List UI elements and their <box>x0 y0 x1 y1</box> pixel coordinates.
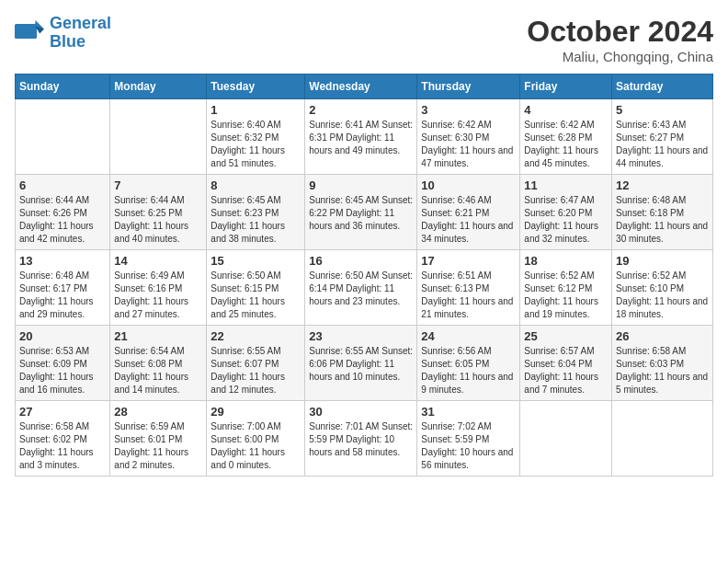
calendar-week-row: 20Sunrise: 6:53 AM Sunset: 6:09 PM Dayli… <box>16 326 713 401</box>
day-info: Sunrise: 7:00 AM Sunset: 6:00 PM Dayligh… <box>210 420 301 472</box>
calendar-cell: 7Sunrise: 6:44 AM Sunset: 6:25 PM Daylig… <box>110 175 207 250</box>
weekday-header: Monday <box>110 75 207 99</box>
day-number: 25 <box>524 329 608 343</box>
day-info: Sunrise: 6:53 AM Sunset: 6:09 PM Dayligh… <box>19 345 106 396</box>
weekday-header: Saturday <box>612 75 713 99</box>
day-number: 11 <box>524 178 608 192</box>
day-info: Sunrise: 6:44 AM Sunset: 6:25 PM Dayligh… <box>114 194 202 246</box>
weekday-row: SundayMondayTuesdayWednesdayThursdayFrid… <box>16 75 713 99</box>
day-number: 3 <box>421 103 516 117</box>
calendar-week-row: 6Sunrise: 6:44 AM Sunset: 6:26 PM Daylig… <box>16 175 713 250</box>
day-info: Sunrise: 6:44 AM Sunset: 6:26 PM Dayligh… <box>19 194 106 246</box>
day-number: 18 <box>524 254 608 268</box>
calendar-cell: 3Sunrise: 6:42 AM Sunset: 6:30 PM Daylig… <box>417 99 520 175</box>
day-number: 4 <box>524 103 608 117</box>
day-info: Sunrise: 6:52 AM Sunset: 6:10 PM Dayligh… <box>616 270 709 321</box>
weekday-header: Thursday <box>417 75 520 99</box>
day-number: 27 <box>19 405 106 419</box>
day-info: Sunrise: 6:54 AM Sunset: 6:08 PM Dayligh… <box>114 345 202 396</box>
day-info: Sunrise: 7:02 AM Sunset: 5:59 PM Dayligh… <box>421 420 516 472</box>
calendar-cell: 27Sunrise: 6:58 AM Sunset: 6:02 PM Dayli… <box>16 401 110 477</box>
calendar-cell <box>110 99 207 175</box>
day-info: Sunrise: 6:46 AM Sunset: 6:21 PM Dayligh… <box>421 194 516 246</box>
calendar-cell: 20Sunrise: 6:53 AM Sunset: 6:09 PM Dayli… <box>16 326 110 401</box>
day-number: 29 <box>210 405 301 419</box>
day-number: 6 <box>19 178 106 192</box>
day-number: 8 <box>210 178 301 192</box>
logo: General Blue <box>15 15 111 52</box>
day-number: 22 <box>210 329 301 343</box>
day-number: 9 <box>309 178 413 192</box>
calendar-cell: 11Sunrise: 6:47 AM Sunset: 6:20 PM Dayli… <box>520 175 612 250</box>
weekday-header: Tuesday <box>207 75 305 99</box>
day-number: 15 <box>210 254 301 268</box>
day-info: Sunrise: 6:58 AM Sunset: 6:02 PM Dayligh… <box>19 420 106 472</box>
day-info: Sunrise: 6:51 AM Sunset: 6:13 PM Dayligh… <box>421 270 516 321</box>
day-info: Sunrise: 6:57 AM Sunset: 6:04 PM Dayligh… <box>524 345 608 396</box>
day-number: 17 <box>421 254 516 268</box>
weekday-header: Friday <box>520 75 612 99</box>
day-number: 23 <box>309 329 413 343</box>
day-number: 13 <box>19 254 106 268</box>
calendar-cell: 9Sunrise: 6:45 AM Sunset: 6:22 PM Daylig… <box>305 175 417 250</box>
calendar-cell: 21Sunrise: 6:54 AM Sunset: 6:08 PM Dayli… <box>110 326 207 401</box>
calendar-cell <box>612 401 713 477</box>
day-number: 21 <box>114 329 202 343</box>
calendar-cell: 23Sunrise: 6:55 AM Sunset: 6:06 PM Dayli… <box>305 326 417 401</box>
day-info: Sunrise: 6:42 AM Sunset: 6:30 PM Dayligh… <box>421 119 516 170</box>
day-number: 5 <box>616 103 709 117</box>
calendar-cell: 12Sunrise: 6:48 AM Sunset: 6:18 PM Dayli… <box>612 175 713 250</box>
logo-line1: General <box>50 14 111 32</box>
calendar-cell: 17Sunrise: 6:51 AM Sunset: 6:13 PM Dayli… <box>417 250 520 326</box>
title-block: October 2024 Maliu, Chongqing, China <box>527 15 713 64</box>
day-info: Sunrise: 6:48 AM Sunset: 6:18 PM Dayligh… <box>616 194 709 246</box>
day-info: Sunrise: 6:49 AM Sunset: 6:16 PM Dayligh… <box>114 270 202 321</box>
weekday-header: Sunday <box>16 75 110 99</box>
day-number: 1 <box>210 103 301 117</box>
calendar-cell: 8Sunrise: 6:45 AM Sunset: 6:23 PM Daylig… <box>207 175 305 250</box>
day-info: Sunrise: 6:43 AM Sunset: 6:27 PM Dayligh… <box>616 119 709 170</box>
calendar-table: SundayMondayTuesdayWednesdayThursdayFrid… <box>15 74 713 477</box>
location: Maliu, Chongqing, China <box>527 49 713 64</box>
calendar-cell: 2Sunrise: 6:41 AM Sunset: 6:31 PM Daylig… <box>305 99 417 175</box>
day-info: Sunrise: 6:55 AM Sunset: 6:07 PM Dayligh… <box>210 345 301 396</box>
calendar-cell: 10Sunrise: 6:46 AM Sunset: 6:21 PM Dayli… <box>417 175 520 250</box>
day-info: Sunrise: 6:55 AM Sunset: 6:06 PM Dayligh… <box>309 345 413 384</box>
calendar-week-row: 13Sunrise: 6:48 AM Sunset: 6:17 PM Dayli… <box>16 250 713 326</box>
day-number: 12 <box>616 178 709 192</box>
calendar-cell: 28Sunrise: 6:59 AM Sunset: 6:01 PM Dayli… <box>110 401 207 477</box>
logo-line2: Blue <box>50 32 85 51</box>
calendar-cell: 31Sunrise: 7:02 AM Sunset: 5:59 PM Dayli… <box>417 401 520 477</box>
day-info: Sunrise: 6:47 AM Sunset: 6:20 PM Dayligh… <box>524 194 608 246</box>
day-info: Sunrise: 6:52 AM Sunset: 6:12 PM Dayligh… <box>524 270 608 321</box>
day-info: Sunrise: 6:58 AM Sunset: 6:03 PM Dayligh… <box>616 345 709 396</box>
day-number: 30 <box>309 405 413 419</box>
calendar-cell: 22Sunrise: 6:55 AM Sunset: 6:07 PM Dayli… <box>207 326 305 401</box>
calendar-cell: 25Sunrise: 6:57 AM Sunset: 6:04 PM Dayli… <box>520 326 612 401</box>
day-info: Sunrise: 6:45 AM Sunset: 6:23 PM Dayligh… <box>210 194 301 246</box>
weekday-header: Wednesday <box>305 75 417 99</box>
day-info: Sunrise: 6:56 AM Sunset: 6:05 PM Dayligh… <box>421 345 516 396</box>
day-number: 14 <box>114 254 202 268</box>
calendar-cell: 14Sunrise: 6:49 AM Sunset: 6:16 PM Dayli… <box>110 250 207 326</box>
day-info: Sunrise: 6:42 AM Sunset: 6:28 PM Dayligh… <box>524 119 608 170</box>
calendar-cell: 15Sunrise: 6:50 AM Sunset: 6:15 PM Dayli… <box>207 250 305 326</box>
calendar-cell: 5Sunrise: 6:43 AM Sunset: 6:27 PM Daylig… <box>612 99 713 175</box>
day-number: 31 <box>421 405 516 419</box>
calendar-cell: 1Sunrise: 6:40 AM Sunset: 6:32 PM Daylig… <box>207 99 305 175</box>
day-number: 28 <box>114 405 202 419</box>
day-number: 10 <box>421 178 516 192</box>
calendar-week-row: 27Sunrise: 6:58 AM Sunset: 6:02 PM Dayli… <box>16 401 713 477</box>
calendar-cell <box>520 401 612 477</box>
day-info: Sunrise: 6:45 AM Sunset: 6:22 PM Dayligh… <box>309 194 413 233</box>
logo-text: General Blue <box>50 15 111 52</box>
calendar-cell: 16Sunrise: 6:50 AM Sunset: 6:14 PM Dayli… <box>305 250 417 326</box>
day-number: 2 <box>309 103 413 117</box>
calendar-body: 1Sunrise: 6:40 AM Sunset: 6:32 PM Daylig… <box>16 99 713 477</box>
month-title: October 2024 <box>527 15 713 49</box>
day-info: Sunrise: 6:50 AM Sunset: 6:15 PM Dayligh… <box>210 270 301 321</box>
calendar-header: SundayMondayTuesdayWednesdayThursdayFrid… <box>16 75 713 99</box>
calendar-cell: 13Sunrise: 6:48 AM Sunset: 6:17 PM Dayli… <box>16 250 110 326</box>
logo-icon <box>15 20 44 46</box>
day-number: 20 <box>19 329 106 343</box>
